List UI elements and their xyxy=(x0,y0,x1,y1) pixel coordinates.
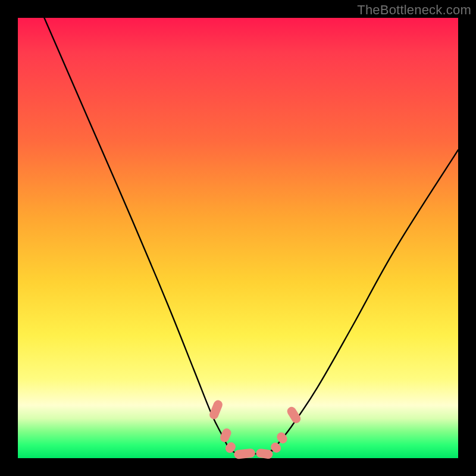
curve-marker xyxy=(219,427,233,444)
chart-svg xyxy=(18,18,458,458)
marker-layer xyxy=(208,399,302,459)
curve-marker xyxy=(255,448,273,459)
chart-frame: TheBottleneck.com xyxy=(0,0,476,476)
curve-path xyxy=(44,18,458,454)
watermark-text: TheBottleneck.com xyxy=(357,2,471,18)
bottleneck-curve xyxy=(44,18,458,454)
curve-marker xyxy=(234,448,256,459)
